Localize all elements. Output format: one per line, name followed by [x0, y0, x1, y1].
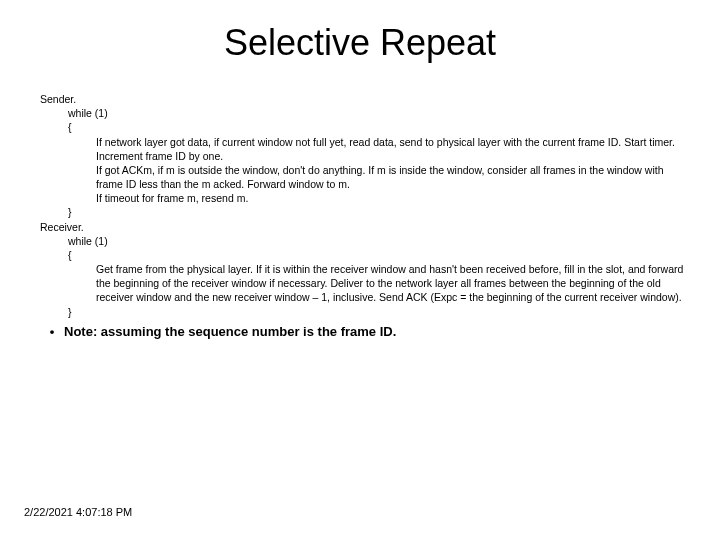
while-line: while (1): [68, 106, 696, 120]
brace-close: }: [68, 305, 696, 319]
content-block: Sender. while (1) { If network layer got…: [0, 92, 720, 340]
bullet-icon: •: [40, 323, 64, 341]
sender-body-line: If network layer got data, if current wi…: [96, 135, 696, 163]
sender-body-line: If got ACKm, if m is outside the window,…: [96, 163, 696, 191]
while-line: while (1): [68, 234, 696, 248]
note-text: Note: assuming the sequence number is th…: [64, 324, 396, 339]
brace-close: }: [68, 205, 696, 219]
sender-label: Sender.: [40, 92, 696, 106]
brace-open: {: [68, 248, 696, 262]
footer-timestamp: 2/22/2021 4:07:18 PM: [24, 506, 132, 518]
note-row: •Note: assuming the sequence number is t…: [40, 323, 696, 341]
receiver-body-line: Get frame from the physical layer. If it…: [96, 262, 696, 305]
brace-open: {: [68, 120, 696, 134]
receiver-label: Receiver.: [40, 220, 696, 234]
page-title: Selective Repeat: [0, 22, 720, 64]
sender-body-line: If timeout for frame m, resend m.: [96, 191, 696, 205]
